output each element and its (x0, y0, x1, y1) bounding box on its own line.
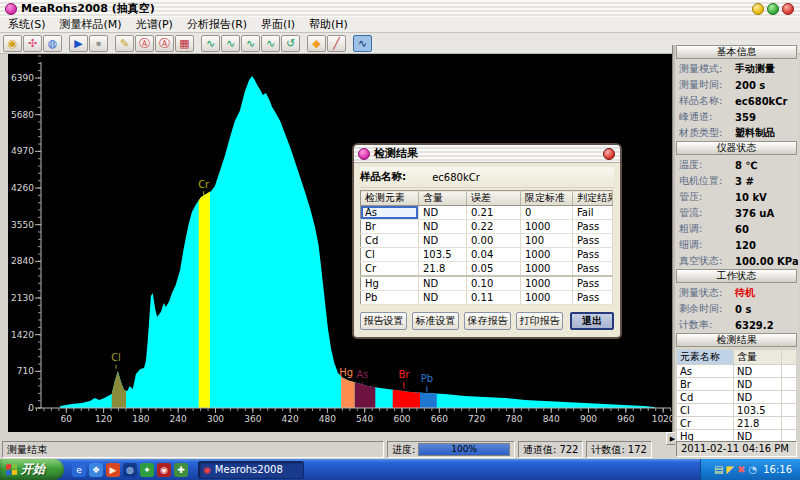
sidebar-row-label: 测量状态: (679, 286, 735, 300)
report-window-button[interactable]: ▦ (175, 35, 194, 52)
printer-icon[interactable]: ▤ (714, 464, 723, 475)
clock-icon[interactable]: ◔ (748, 464, 757, 475)
result-row-cl[interactable]: Cl103.50.041000Pass (361, 248, 613, 262)
result-row-hg[interactable]: HgND0.101000Pass (361, 276, 613, 291)
wave-zoom-out-button[interactable]: ∿ (221, 35, 240, 52)
sidebar-result-row-as: AsND (677, 365, 797, 378)
svg-text:900: 900 (580, 414, 597, 424)
sidebar-row: 剩余时间:0 s (675, 301, 798, 317)
green-app-icon[interactable]: ✦ (140, 463, 154, 477)
dialog-button-2[interactable]: 保存报告 (464, 312, 511, 330)
svg-text:3550: 3550 (11, 220, 34, 230)
dialog-button-1[interactable]: 标准设置 (412, 312, 459, 330)
svg-text:710: 710 (17, 366, 34, 376)
sidebar-row-value: ec680kCr (735, 96, 788, 107)
wave-shift-left-button[interactable]: ∿ (241, 35, 260, 52)
wave-undo-button[interactable]: ↺ (281, 35, 300, 52)
dialog-button-0[interactable]: 报告设置 (360, 312, 407, 330)
start-measure-button[interactable]: ▶ (69, 35, 88, 52)
result-row-cd[interactable]: CdND0.00100Pass (361, 234, 613, 248)
result-row-cr[interactable]: Cr21.80.051000Pass (361, 262, 613, 277)
result-cell: 0 (521, 206, 573, 220)
result-cell: Pass (573, 248, 613, 262)
sidebar-section-header-results: 检测结果 (676, 333, 797, 347)
svg-text:5680: 5680 (11, 110, 34, 120)
sidebar-result-cell: ND (734, 378, 782, 391)
result-cell: 1000 (521, 248, 573, 262)
result-cell: 103.5 (419, 248, 467, 262)
dialog-button-3[interactable]: 打印报告 (516, 312, 563, 330)
progress-value: 100% (419, 444, 509, 455)
svg-text:780: 780 (505, 414, 522, 424)
menu-item-4[interactable]: 界面(I) (261, 17, 295, 32)
svg-text:660: 660 (431, 414, 448, 424)
result-row-br[interactable]: BrND0.221000Pass (361, 220, 613, 234)
result-cell[interactable]: As (361, 206, 419, 220)
svg-text:4260: 4260 (11, 183, 34, 193)
taskbar-task-button[interactable]: ◉ Mearohs2008 (198, 461, 304, 479)
result-row-pb[interactable]: PbND0.111000Pass (361, 291, 613, 305)
antivirus-icon[interactable]: ◤ (726, 464, 734, 475)
peak-label-as: As (356, 369, 368, 380)
sidebar-result-row-br: BrND (677, 378, 797, 391)
count-value: 172 (628, 444, 647, 455)
result-row-as[interactable]: AsND0.210Fail (361, 206, 613, 220)
move-tool-icon: ✣ (28, 38, 37, 49)
sidebar-row: 样品名称:ec680kCr (675, 93, 798, 109)
sidebar-row-label: 温度: (679, 158, 735, 172)
sidebar-row-label: 管流: (679, 206, 735, 220)
messenger-icon[interactable]: ❖ (89, 463, 103, 477)
ie-icon[interactable]: e (72, 463, 86, 477)
menu-item-1[interactable]: 测量样品(M) (60, 17, 122, 32)
menu-item-5[interactable]: 帮助(H) (309, 17, 348, 32)
wave-zoom-in-button[interactable]: ∿ (201, 35, 220, 52)
menu-item-0[interactable]: 系统(S) (8, 17, 46, 32)
menu-item-2[interactable]: 光谱(P) (136, 17, 173, 32)
open-report-icon: ✎ (120, 38, 129, 49)
spectrum-analysis-button[interactable]: Ⓐ (135, 35, 154, 52)
taskbar: 开始 e❖▶◍✦◉✚ ◉ Mearohs2008 ▤◤✖◔ 16:16 (0, 459, 800, 480)
result-cell: ND (419, 291, 467, 305)
sample-name-value: ec680kCr (432, 172, 480, 183)
result-cell: 1000 (521, 220, 573, 234)
info-sidebar: 基本信息测量模式:手动测量测量时间:200 s样品名称:ec680kCr峰通道:… (675, 45, 798, 458)
media-player-icon[interactable]: ▶ (106, 463, 120, 477)
active-spectrum-view-button[interactable]: ∿ (353, 35, 372, 52)
results-table-header-row: 检测元素含量误差限定标准判定结果 (361, 191, 613, 206)
spectrum-compare-button[interactable]: Ⓐ (155, 35, 174, 52)
result-cell: 1000 (521, 291, 573, 305)
tools-app-icon[interactable]: ✚ (174, 463, 188, 477)
wave-shift-right-button[interactable]: ∿ (261, 35, 280, 52)
sidebar-section-header-2: 工作状态 (676, 269, 797, 283)
maximize-button[interactable] (767, 3, 779, 15)
network-alert-icon[interactable]: ✖ (737, 464, 745, 475)
sidebar-result-filler (782, 365, 797, 378)
dialog-button-4[interactable]: 退出 (570, 312, 614, 330)
dialog-close-icon[interactable] (603, 148, 615, 160)
dialog-buttons: 报告设置标准设置保存报告打印报告退出 (360, 312, 614, 330)
dialog-title-bar: 检测结果 (354, 145, 620, 163)
red-app-icon[interactable]: ◉ (157, 463, 171, 477)
close-button[interactable] (782, 3, 794, 15)
start-label: 开始 (21, 461, 45, 478)
sidebar-row: 测量时间:200 s (675, 77, 798, 93)
calibration-button[interactable]: ╱ (327, 35, 346, 52)
result-cell: Cl (361, 248, 419, 262)
world-icon[interactable]: ◍ (123, 463, 137, 477)
results-table: 检测元素含量误差限定标准判定结果AsND0.210FailBrND0.22100… (360, 190, 613, 305)
sidebar-row-label: 剩余时间: (679, 302, 735, 316)
results-table-header-cell: 误差 (467, 191, 521, 206)
start-button[interactable]: 开始 (0, 459, 64, 480)
minimize-button[interactable] (752, 3, 764, 15)
peak-label-hg: Hg (339, 367, 353, 378)
diamond-marker-button[interactable]: ◆ (307, 35, 326, 52)
band-cr (199, 192, 210, 408)
move-tool-button[interactable]: ✣ (23, 35, 42, 52)
app-badge-button[interactable]: ◉ (3, 35, 22, 52)
menu-item-3[interactable]: 分析报告(R) (187, 17, 247, 32)
result-cell: Pass (573, 291, 613, 305)
globe-button[interactable]: ◍ (43, 35, 62, 52)
stop-measure-button[interactable]: ● (89, 35, 108, 52)
open-report-button[interactable]: ✎ (115, 35, 134, 52)
sidebar-row-value: 待机 (735, 286, 755, 300)
